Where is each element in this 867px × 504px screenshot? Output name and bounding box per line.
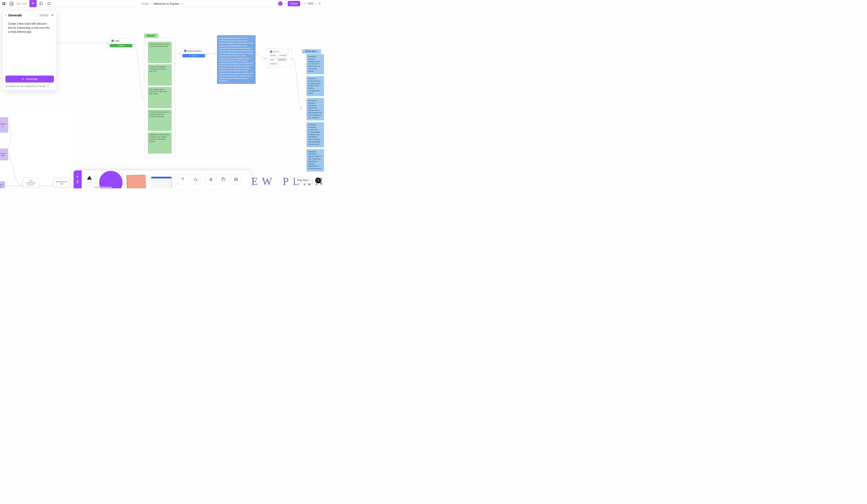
generate-prompt-input[interactable] xyxy=(6,19,54,72)
flowchart-node[interactable]: Start using the app xyxy=(53,178,70,188)
generate-button[interactable]: Generate xyxy=(6,76,54,83)
zoom-out-button[interactable]: − xyxy=(302,1,307,6)
svg-marker-10 xyxy=(300,108,302,109)
refresh-icon: ↻ xyxy=(189,55,191,57)
tag-people[interactable]: people xyxy=(269,54,277,57)
ideate-node[interactable]: ‹ Ideate! ↻ Ideate xyxy=(108,39,134,49)
teach-node-title: Teach me about this xyxy=(188,50,202,52)
ai-sparkle-button[interactable] xyxy=(29,0,36,7)
workspace-avatar[interactable] xyxy=(9,1,14,6)
zoom-menu-chevron[interactable]: ▾ xyxy=(315,2,316,5)
canvas-region xyxy=(0,108,75,188)
scrollbar-thumb[interactable] xyxy=(94,187,112,188)
svg-marker-13 xyxy=(196,180,197,181)
close-button[interactable]: ✕ xyxy=(51,13,54,17)
back-button[interactable]: ‹ xyxy=(6,13,7,17)
refresh-icon[interactable]: ↻ xyxy=(288,51,289,53)
templates-button[interactable] xyxy=(38,0,45,7)
flowchart-node[interactable]: eferral us xyxy=(0,182,5,188)
give-me-node[interactable]: ‹ Give me... ↻ people concepts ideas exa… xyxy=(266,49,292,67)
ideate-header: Ideate! xyxy=(144,33,158,38)
tag-examples[interactable]: examples xyxy=(277,58,287,61)
svg-marker-6 xyxy=(106,42,107,44)
give-me-icon xyxy=(270,51,272,53)
sticky-note[interactable]: Offer surprise gifts or discounts for us… xyxy=(148,87,172,108)
user-menu-chevron[interactable]: ▾ xyxy=(285,2,286,5)
sparkle-icon xyxy=(22,78,24,80)
svg-rect-1 xyxy=(4,2,5,3)
svg-rect-2 xyxy=(2,4,3,5)
ideate-action-button[interactable]: ↻ Ideate xyxy=(110,44,132,47)
template-tool[interactable]: ⌃ xyxy=(149,171,174,188)
sticky-note[interactable]: Example 4: Designing quizzes that provid… xyxy=(307,122,324,147)
breadcrumb-drafts[interactable]: Drafts xyxy=(142,2,149,6)
refresh-icon: ↻ xyxy=(118,45,119,47)
tag-concepts[interactable]: concepts xyxy=(278,54,288,57)
sticky-note[interactable]: Example 3: Including interactive quizzes… xyxy=(307,98,324,120)
timer-display: 06:00 xyxy=(16,2,27,6)
generate-panel-title: Generate xyxy=(8,13,37,17)
comments-button[interactable] xyxy=(45,0,53,7)
chevron-up-icon[interactable]: ⌃ xyxy=(122,174,124,177)
pen-tool[interactable]: ⌃ xyxy=(82,171,97,188)
flowchart-node[interactable]: e back sage xyxy=(0,149,8,160)
background-text: EW PLAN xyxy=(251,175,324,187)
sticky-note[interactable]: Example 1: Adding a multiple-choice quiz… xyxy=(307,54,324,74)
chevron-left-icon[interactable]: ‹ xyxy=(183,50,183,52)
sticky-tool[interactable]: ⌃ xyxy=(124,171,149,188)
shape-tool[interactable]: ⌃ xyxy=(97,171,124,188)
chevron-up-icon[interactable]: ⌃ xyxy=(171,174,173,177)
sticky-note[interactable]: Provide exclusive access to premium feat… xyxy=(148,110,172,131)
tag-statistics[interactable]: statistics xyxy=(269,62,278,65)
user-avatar[interactable]: L xyxy=(278,1,282,6)
give-me-sticky-column[interactable]: Example 1: Adding a multiple-choice quiz… xyxy=(307,54,324,172)
ai-disclaimer: AI outputs can be misleading or wrong xyxy=(6,85,45,87)
pointer-icon[interactable] xyxy=(76,175,79,178)
ideate-sticky-column[interactable]: Integrate interactive quizzes in the onb… xyxy=(144,38,175,157)
ideate-node-title: Ideate! xyxy=(115,40,119,42)
generate-panel: ‹ Generate AI beta ✕ Generate AI outputs… xyxy=(3,11,56,90)
help-button[interactable]: ? xyxy=(315,177,321,183)
svg-point-14 xyxy=(210,178,211,179)
breadcrumb[interactable]: Drafts / Welcome to FigJam ▾ xyxy=(142,2,183,6)
teach-action-button[interactable]: ↻ Teach me xyxy=(182,54,205,57)
flowchart-node[interactable]: End onboarding process xyxy=(22,178,39,188)
teach-icon xyxy=(184,50,186,52)
chevron-up-icon[interactable]: ⌃ xyxy=(95,174,97,177)
chevron-down-icon[interactable]: ▾ xyxy=(182,2,183,5)
sticky-note[interactable]: Integrate interactive quizzes in the onb… xyxy=(148,42,172,63)
svg-marker-9 xyxy=(264,58,266,59)
section-tool[interactable] xyxy=(218,174,229,185)
chevron-left-icon[interactable]: ‹ xyxy=(110,40,111,42)
table-tool[interactable] xyxy=(231,174,241,185)
sticky-icon xyxy=(127,175,146,188)
sticky-note[interactable]: Implement a chatbot feature to answer us… xyxy=(148,132,172,154)
zoom-level[interactable]: 50% xyxy=(308,2,314,5)
sticky-note[interactable]: Create a personalized onboarding checkli… xyxy=(148,64,172,86)
breadcrumb-title[interactable]: Welcome to FigJam xyxy=(154,2,180,6)
chevron-left-icon[interactable]: ‹ xyxy=(269,51,269,53)
svg-rect-3 xyxy=(4,4,5,5)
flowchart-node[interactable]: customer ty xyxy=(0,117,8,132)
sticky-note[interactable]: Example 5: Customizin quizzes based on u… xyxy=(307,149,324,172)
svg-rect-4 xyxy=(40,2,42,5)
stamp-tool[interactable] xyxy=(206,174,216,185)
give-me-node-title: Give me... xyxy=(273,51,280,53)
chevron-up-icon[interactable]: ⌃ xyxy=(147,174,148,177)
svg-rect-0 xyxy=(2,2,3,3)
share-button[interactable]: Share xyxy=(288,1,300,6)
circle-shape-icon xyxy=(99,171,122,188)
connector-tool[interactable]: ⌃ xyxy=(190,174,201,185)
text-tool[interactable]: ⌃ xyxy=(178,174,188,185)
teach-node[interactable]: ‹ Teach me about this ↻ Teach me xyxy=(181,48,207,59)
zoom-in-button[interactable]: + xyxy=(317,1,322,6)
bottom-toolbar: ⌃ ⌃ ⌃ ⌃ ⌃ ⌃ xyxy=(74,171,251,188)
toolbar-scrollbar[interactable] xyxy=(94,187,228,188)
main-menu-button[interactable]: ▾ xyxy=(2,1,7,6)
teach-output-block[interactable]: Integrating interactive quizzes in the o… xyxy=(217,35,256,84)
hand-icon[interactable] xyxy=(76,180,79,183)
sticky-note[interactable]: Example 2: Incorporat fill-in-the-blank … xyxy=(307,76,324,96)
info-icon[interactable]: i xyxy=(46,85,49,87)
tag-ideas[interactable]: ideas xyxy=(269,58,276,61)
skip-intro-button[interactable]: Skip intro › xyxy=(295,177,312,183)
